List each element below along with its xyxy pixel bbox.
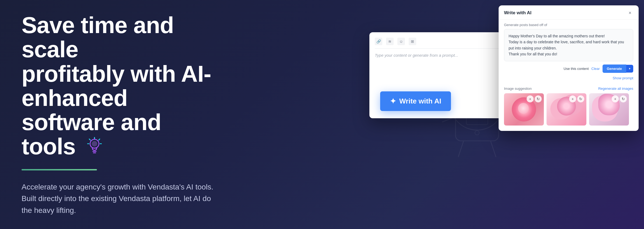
hero-section: Save time and scale profitably with AI- … <box>0 0 644 229</box>
image-grid: + ↻ + ↻ + ↻ <box>499 93 639 131</box>
generated-text: Happy Mother's Day to all the amazing mo… <box>509 34 624 56</box>
hero-title: Save time and scale profitably with AI- … <box>22 13 221 160</box>
image-refresh-button-1[interactable]: ↻ <box>535 95 542 102</box>
section-label: Generate posts based off of <box>499 20 639 29</box>
image-suggestion-label: Image suggestion <box>504 87 532 91</box>
hero-right-mockups: 🔗 ≋ ☺ ⊞ Type your content or generate fr… <box>348 0 644 229</box>
write-ai-button-label: Write with AI <box>399 97 441 105</box>
image-refresh-button-3[interactable]: ↻ <box>620 95 627 102</box>
section-divider <box>22 169 97 170</box>
modal-actions: Use this content Clear Generate ▾ <box>499 61 639 76</box>
show-prompt-link[interactable]: Show prompt <box>499 76 639 83</box>
modal-header: Write with AI × <box>499 5 639 20</box>
generate-dropdown-button[interactable]: ▾ <box>626 65 633 73</box>
use-content-button[interactable]: Use this content <box>564 67 589 71</box>
image-refresh-button-2[interactable]: ↻ <box>577 95 584 102</box>
hero-left-content: Save time and scale profitably with AI- … <box>0 13 221 216</box>
lightbulb-icon <box>85 136 104 160</box>
image-add-button-3[interactable]: + <box>612 95 619 102</box>
hero-title-text4: tools <box>22 133 75 159</box>
editor-placeholder[interactable]: Type your content or generate from a pro… <box>375 53 515 58</box>
svg-point-21 <box>92 141 97 146</box>
write-ai-floating-button[interactable]: ✦ Write with AI <box>380 91 451 111</box>
image-thumb-1[interactable]: + ↻ <box>504 93 544 126</box>
image-suggestion-header: Image suggestion Regenerate all images <box>499 83 639 93</box>
image-thumb-2[interactable]: + ↻ <box>547 93 586 126</box>
grid-icon[interactable]: ⊞ <box>409 38 416 45</box>
sparkle-icon: ✦ <box>390 97 396 106</box>
hero-title-text3: enhanced software and <box>22 85 161 135</box>
image-add-button-1[interactable]: + <box>527 95 534 102</box>
svg-line-19 <box>89 139 90 140</box>
hero-title-text: Save time and scale <box>22 12 174 62</box>
image-thumb-3[interactable]: + ↻ <box>589 93 629 126</box>
editor-toolbar: 🔗 ≋ ☺ ⊞ <box>375 38 515 49</box>
regenerate-all-link[interactable]: Regenerate all images <box>598 87 633 91</box>
emoji-icon[interactable]: ☺ <box>397 38 405 45</box>
feed-icon[interactable]: ≋ <box>386 38 394 45</box>
link-icon[interactable]: 🔗 <box>375 38 382 45</box>
hero-title-text2: profitably with AI- <box>22 61 211 87</box>
generated-content-area[interactable]: Happy Mother's Day to all the amazing mo… <box>504 29 633 61</box>
svg-line-20 <box>99 139 100 140</box>
modal-title: Write with AI <box>504 10 531 16</box>
generate-button-group: Generate ▾ <box>603 65 633 73</box>
generate-button[interactable]: Generate <box>603 65 626 73</box>
image-add-button-2[interactable]: + <box>569 95 576 102</box>
hero-description: Accelerate your agency's growth with Ven… <box>22 181 215 216</box>
clear-button[interactable]: Clear <box>592 67 600 71</box>
close-modal-button[interactable]: × <box>627 10 633 16</box>
write-ai-modal: Write with AI × Generate posts based off… <box>499 5 639 131</box>
